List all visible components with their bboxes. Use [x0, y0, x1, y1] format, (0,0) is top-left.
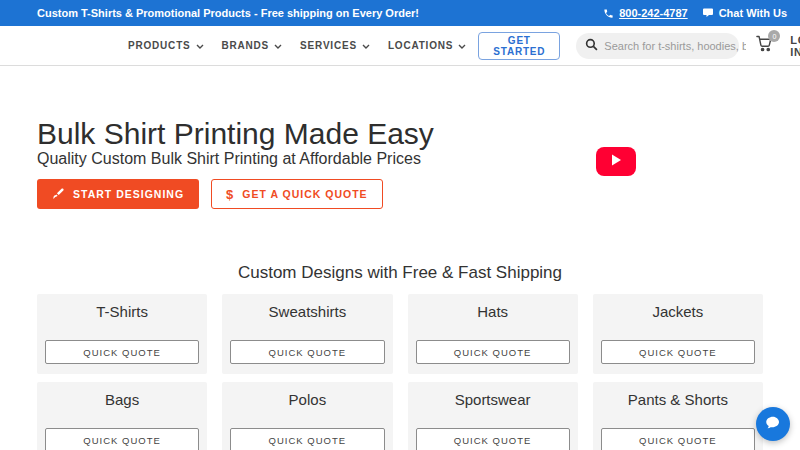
- video-play-button[interactable]: [596, 147, 636, 176]
- nav-item-label: LOCATIONS: [388, 40, 453, 51]
- category-grid: T-Shirts QUICK QUOTE Sweatshirts QUICK Q…: [37, 294, 763, 450]
- chat-with-us-label: Chat With Us: [719, 7, 787, 19]
- nav-item-services[interactable]: SERVICES: [300, 40, 370, 51]
- search-icon: [585, 37, 598, 55]
- dollar-icon: $: [226, 187, 234, 202]
- start-designing-label: START DESIGNING: [73, 188, 184, 200]
- nav-menu: PRODUCTS BRANDS SERVICES LOCATIONS: [128, 40, 466, 51]
- search-input[interactable]: [604, 40, 746, 52]
- nav-item-label: PRODUCTS: [128, 40, 191, 51]
- quick-quote-cta-label: GET A QUICK QUOTE: [242, 188, 367, 200]
- category-title: Jackets: [652, 303, 703, 320]
- category-card-polos: Polos QUICK QUOTE: [222, 382, 392, 450]
- chevron-down-icon: [458, 40, 466, 51]
- paintbrush-icon: [52, 187, 65, 202]
- quick-quote-button-pants-shorts[interactable]: QUICK QUOTE: [601, 428, 755, 450]
- hero-subtitle: Quality Custom Bulk Shirt Printing at Af…: [37, 150, 800, 168]
- phone-link[interactable]: 800-242-4787: [603, 7, 688, 19]
- phone-number: 800-242-4787: [619, 7, 688, 19]
- category-title: Hats: [477, 303, 508, 320]
- phone-icon: [603, 8, 614, 19]
- category-card-sweatshirts: Sweatshirts QUICK QUOTE: [222, 294, 392, 374]
- hero-title: Bulk Shirt Printing Made Easy: [37, 118, 800, 150]
- cart-button[interactable]: 0: [755, 35, 773, 56]
- category-title: Pants & Shorts: [628, 391, 728, 408]
- chat-with-us-link[interactable]: Chat With Us: [702, 7, 787, 19]
- nav-item-brands[interactable]: BRANDS: [222, 40, 283, 51]
- quick-quote-button-jackets[interactable]: QUICK QUOTE: [601, 340, 755, 364]
- quick-quote-button-tshirts[interactable]: QUICK QUOTE: [45, 340, 199, 364]
- category-card-hats: Hats QUICK QUOTE: [408, 294, 578, 374]
- chevron-down-icon: [196, 40, 204, 51]
- quick-quote-button-polos[interactable]: QUICK QUOTE: [230, 428, 384, 450]
- quick-quote-button-sweatshirts[interactable]: QUICK QUOTE: [230, 340, 384, 364]
- promo-text: Custom T-Shirts & Promotional Products -…: [37, 7, 419, 19]
- play-icon: [610, 154, 622, 169]
- category-card-bags: Bags QUICK QUOTE: [37, 382, 207, 450]
- login-link[interactable]: LOG IN: [790, 34, 800, 58]
- main-nav: PRODUCTS BRANDS SERVICES LOCATIONS GET S…: [0, 26, 800, 66]
- category-card-tshirts: T-Shirts QUICK QUOTE: [37, 294, 207, 374]
- quick-quote-button-bags[interactable]: QUICK QUOTE: [45, 428, 199, 450]
- chevron-down-icon: [274, 40, 282, 51]
- promo-bar-links: 800-242-4787 Chat With Us: [603, 7, 787, 19]
- cart-count-badge: 0: [768, 30, 780, 42]
- quick-quote-button-hats[interactable]: QUICK QUOTE: [416, 340, 570, 364]
- category-title: Bags: [105, 391, 139, 408]
- category-title: Sweatshirts: [269, 303, 347, 320]
- category-card-jackets: Jackets QUICK QUOTE: [593, 294, 763, 374]
- nav-item-products[interactable]: PRODUCTS: [128, 40, 204, 51]
- hero-section: Bulk Shirt Printing Made Easy Quality Cu…: [0, 66, 800, 209]
- promo-bar: Custom T-Shirts & Promotional Products -…: [0, 0, 800, 26]
- hero-cta-row: START DESIGNING $ GET A QUICK QUOTE: [37, 179, 800, 209]
- nav-item-label: SERVICES: [300, 40, 357, 51]
- quick-quote-button-sportswear[interactable]: QUICK QUOTE: [416, 428, 570, 450]
- category-title: Polos: [289, 391, 327, 408]
- nav-item-label: BRANDS: [222, 40, 270, 51]
- get-started-button[interactable]: GET STARTED: [478, 32, 560, 60]
- chat-fab-button[interactable]: [756, 407, 790, 441]
- categories-heading: Custom Designs with Free & Fast Shipping: [0, 263, 800, 283]
- chevron-down-icon: [362, 40, 370, 51]
- quick-quote-cta-button[interactable]: $ GET A QUICK QUOTE: [211, 179, 383, 209]
- search-bar[interactable]: [576, 33, 739, 59]
- chat-bubble-icon: [702, 7, 714, 19]
- category-title: T-Shirts: [96, 303, 148, 320]
- start-designing-button[interactable]: START DESIGNING: [37, 179, 199, 209]
- nav-item-locations[interactable]: LOCATIONS: [388, 40, 466, 51]
- category-card-pants-shorts: Pants & Shorts QUICK QUOTE: [593, 382, 763, 450]
- category-title: Sportswear: [455, 391, 531, 408]
- category-card-sportswear: Sportswear QUICK QUOTE: [408, 382, 578, 450]
- chat-fab-icon: [764, 414, 782, 435]
